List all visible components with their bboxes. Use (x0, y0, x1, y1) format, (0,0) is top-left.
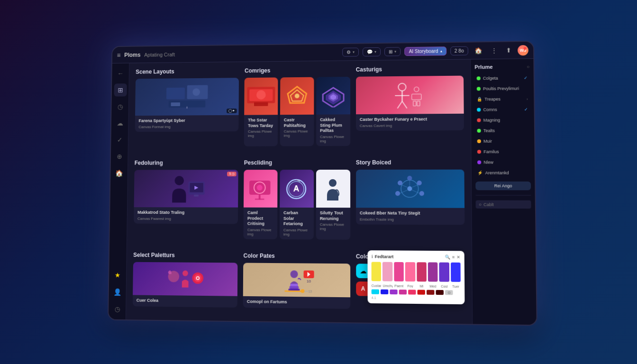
menu-icon[interactable]: ≡ (117, 51, 121, 59)
ai-storyboard-btn[interactable]: AI Storyboard ▴ (405, 46, 446, 56)
story-boiced-card[interactable]: Cokeed Bber Neta Tiny Stegit Embolhn Tra… (356, 170, 464, 225)
pescliding-card-0[interactable]: Caml Prodect Critising Canvas Plowe img (244, 170, 278, 239)
chat-btn[interactable]: 💬 ▾ (363, 47, 381, 56)
swatch-5[interactable] (418, 290, 425, 294)
panel-item-colgeta[interactable]: Colgeta ✓ (475, 74, 530, 82)
fedoluring-card[interactable]: ▶ 5 ◷ Makkatrod Stato Traling Canvas Fwa… (134, 170, 238, 224)
svg-point-74 (477, 118, 481, 122)
scene-thumb: ℹ ◯✦ (135, 78, 239, 116)
color-panel-list-icon[interactable]: ≡ (452, 255, 455, 259)
search-field[interactable]: ○ (476, 200, 531, 209)
svg-rect-0 (166, 88, 185, 100)
select-paletturs-card[interactable]: Cuer Colea (133, 262, 238, 308)
svg-point-72 (477, 87, 481, 91)
casturigs-thumb (356, 76, 464, 115)
svg-point-75 (477, 129, 481, 133)
color-panel-close-icon[interactable]: ✕ (456, 255, 460, 260)
share-btn[interactable]: ⬆ (503, 46, 514, 55)
color-bar-0 (372, 262, 382, 282)
svg-rect-4 (171, 102, 180, 106)
sidebar-cloud-icon[interactable]: ☁ (113, 117, 126, 129)
color-pates-card[interactable]: 10 13 Comopl on Fartums (243, 263, 350, 309)
sidebar-star-icon[interactable]: ★ (111, 268, 124, 282)
more-btn[interactable]: ⋮ (489, 46, 500, 55)
comriges-card-2[interactable]: Cakked Sting Plum Palltas Canvas Plowe i… (316, 77, 350, 146)
svg-rect-63 (290, 284, 298, 286)
color-pates-thumb: 10 13 (243, 263, 350, 298)
swatch-6[interactable] (427, 290, 434, 295)
fedoluring-section: Fedoluring (134, 160, 238, 239)
color-bar-3 (405, 262, 415, 282)
panel-item-poultis[interactable]: Poultis Prevylimuri (475, 84, 530, 92)
panel-item-familus[interactable]: Familus (475, 148, 531, 156)
swatch-2[interactable] (390, 290, 397, 294)
svg-line-20 (398, 101, 402, 108)
search-input[interactable] (483, 202, 513, 207)
panel-dot-familus (477, 150, 481, 154)
svg-line-52 (400, 190, 407, 193)
color-bar-6 (439, 263, 449, 282)
svg-point-45 (417, 181, 422, 185)
scene-card-sub: Canvas Format img (138, 124, 235, 129)
middle-sections-row: Fedoluring (133, 159, 464, 248)
pescliding-card-1[interactable]: A Carban Solar Fetariong Canvas Plowe im… (280, 170, 314, 239)
casturigs-card[interactable]: Caster Byckaher Funary e Praect Canvas C… (356, 76, 464, 131)
panel-item-treapes[interactable]: 🔒 Treapes › (475, 95, 530, 103)
svg-rect-29 (194, 195, 199, 197)
panel-dot-nlew (477, 160, 481, 164)
svg-point-78 (477, 160, 481, 164)
svg-point-12 (295, 93, 300, 98)
swatch-add[interactable]: ⊙ (445, 290, 453, 295)
sidebar-back-icon[interactable]: ← (114, 67, 127, 80)
svg-text:13: 13 (308, 290, 312, 293)
svg-point-55 (182, 271, 188, 276)
sidebar-check-icon[interactable]: ✓ (113, 133, 126, 146)
color-panel-header: ℹ Fedtarart 🔍 ≡ ✕ (372, 254, 461, 259)
panel-item-muir[interactable]: Muir (475, 137, 531, 145)
svg-rect-25 (417, 101, 420, 106)
panel-item-comns[interactable]: Comns ✓ (475, 106, 530, 114)
panel-item-nlew[interactable]: Nlew (475, 158, 531, 166)
svg-point-59 (197, 277, 199, 279)
count-btn[interactable]: 2 8o (450, 46, 468, 55)
device-frame: ≡ Ploms Aptating Craft ⚙ ▾ 💬 ▾ ⊞ ▾ AI St… (108, 41, 537, 326)
casturigs-section: Casturigs (356, 65, 464, 146)
panel-dot-poultis (477, 87, 481, 91)
scene-layout-card[interactable]: ℹ ◯✦ Farena Spartyùpt Syber Canvas Forma… (135, 78, 239, 132)
avatar[interactable]: WJ (518, 45, 528, 55)
main-layout: ← ⊞ ◷ ☁ ✓ ⊕ 🏠 ★ 👤 ◷ Scene Layouts (109, 59, 537, 325)
sidebar-time-icon[interactable]: ◷ (114, 100, 127, 113)
panel-item-arenmtankd[interactable]: ⚡ Arenmtankd (475, 169, 531, 177)
settings-btn[interactable]: ⚙ ▾ (343, 47, 359, 56)
pescliding-card-2[interactable]: Silutty Tout Reruning Canvas Plowe img (316, 170, 350, 240)
swatch-0[interactable] (372, 289, 379, 294)
subtitle-label: Aptating Craft (144, 52, 175, 57)
sidebar-add-icon[interactable]: ⊕ (113, 150, 126, 163)
panel-item-tealts[interactable]: Tealts (475, 127, 530, 135)
comriges-card-0[interactable]: The Sstar Tows Tarday Canvas Plowe img (244, 77, 278, 146)
panel-item-magning[interactable]: Magning (475, 116, 530, 124)
color-label-2: Paent (394, 284, 404, 288)
rei-ango-btn[interactable]: Rei Ango (475, 182, 531, 190)
grid-btn[interactable]: ⊞ ▾ (384, 47, 400, 56)
svg-line-53 (412, 190, 420, 193)
sidebar-grid-icon[interactable]: ⊞ (114, 83, 127, 96)
swatch-1[interactable] (381, 290, 388, 294)
scene-badge: ◯✦ (227, 109, 237, 113)
comriges-thumb-0 (245, 77, 278, 115)
sidebar-home-icon[interactable]: 🏠 (113, 167, 126, 180)
sidebar-settings-icon[interactable]: ◷ (110, 302, 124, 316)
swatch-3[interactable] (399, 290, 407, 294)
color-bar-4 (417, 262, 427, 282)
swatch-7[interactable] (436, 290, 444, 295)
sidebar-person-icon[interactable]: 👤 (111, 285, 124, 299)
scene-layouts-title: Scene Layouts (136, 68, 239, 75)
color-bar-7 (451, 263, 461, 282)
swatch-4[interactable] (408, 290, 416, 294)
comriges-card-1[interactable]: Castr Paltitafting Canvas Plowe img (280, 77, 314, 146)
panel-dot-comns (477, 108, 481, 111)
home-btn[interactable]: 🏠 (472, 46, 485, 55)
svg-point-46 (395, 191, 400, 196)
color-panel-search-icon[interactable]: 🔍 (445, 255, 450, 259)
panel-circle-icon[interactable]: ○ (527, 64, 529, 69)
